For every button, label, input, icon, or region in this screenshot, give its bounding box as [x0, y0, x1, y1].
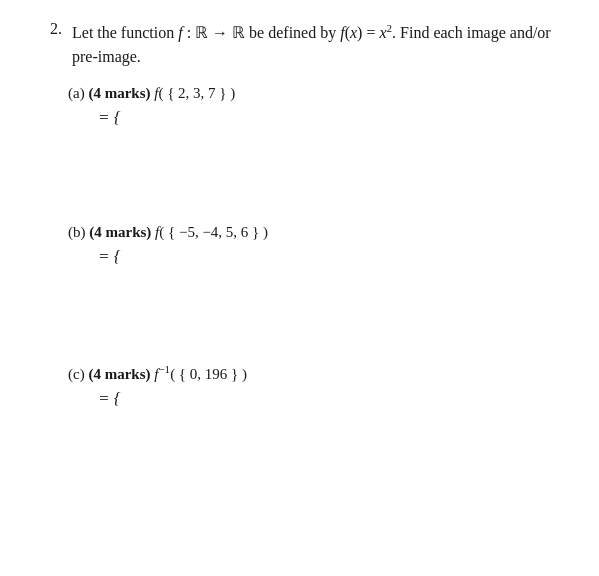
- part-b-answer: = {: [68, 247, 569, 267]
- part-b-id: (b): [68, 224, 89, 240]
- part-c-marks: (4 marks): [88, 366, 150, 382]
- part-c-expr: f−1( { 0, 196 } ): [154, 366, 247, 382]
- part-c-answer: = {: [68, 389, 569, 409]
- part-a-answer-prefix: = {: [98, 108, 121, 127]
- question-number: 2.: [50, 20, 72, 38]
- intro-text: Let the function: [72, 24, 174, 41]
- part-b-label: (b) (4 marks) f( { −5, −4, 5, 6 } ): [68, 224, 569, 241]
- part-a-workspace: [50, 128, 569, 208]
- part-a-label: (a) (4 marks) f( { 2, 3, 7 } ): [68, 85, 569, 102]
- part-c-workspace: [50, 409, 569, 459]
- part-b: (b) (4 marks) f( { −5, −4, 5, 6 } ) = {: [50, 224, 569, 267]
- part-c-answer-prefix: = {: [98, 389, 121, 408]
- defined-by-text: be defined by: [249, 24, 340, 41]
- part-a-id: (a): [68, 85, 88, 101]
- part-c: (c) (4 marks) f−1( { 0, 196 } ) = {: [50, 363, 569, 409]
- part-a-expr: f( { 2, 3, 7 } ): [154, 85, 235, 101]
- function-notation: f : ℝ → ℝ: [178, 24, 249, 41]
- part-b-answer-prefix: = {: [98, 247, 121, 266]
- part-a-marks: (4 marks): [88, 85, 150, 101]
- page-content: 2. Let the function f : ℝ → ℝ be defined…: [30, 20, 569, 459]
- part-b-expr: f( { −5, −4, 5, 6 } ): [155, 224, 268, 240]
- definition-math: f(x) = x2.: [340, 24, 396, 41]
- question-text: Let the function f : ℝ → ℝ be defined by…: [72, 20, 569, 69]
- part-b-workspace: [50, 267, 569, 347]
- part-b-marks: (4 marks): [89, 224, 151, 240]
- part-a-answer: = {: [68, 108, 569, 128]
- question-header: 2. Let the function f : ℝ → ℝ be defined…: [50, 20, 569, 69]
- part-c-label: (c) (4 marks) f−1( { 0, 196 } ): [68, 363, 569, 383]
- part-c-id: (c): [68, 366, 88, 382]
- part-a: (a) (4 marks) f( { 2, 3, 7 } ) = {: [50, 85, 569, 128]
